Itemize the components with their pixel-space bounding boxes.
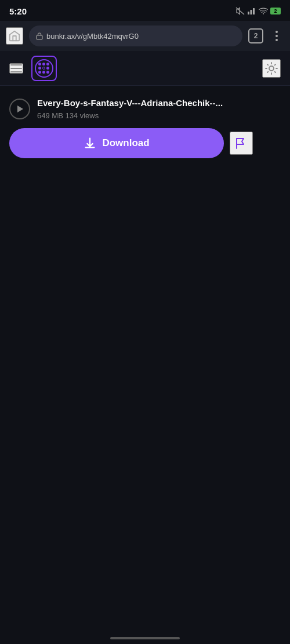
logo-box: [31, 56, 57, 81]
dot-icon: [276, 31, 278, 33]
hamburger-line: [10, 71, 22, 72]
logo-dot: [46, 63, 49, 66]
header-left: [9, 56, 57, 81]
dot-icon: [276, 39, 278, 41]
more-options-button[interactable]: [269, 28, 284, 43]
logo-dots: [38, 63, 50, 74]
battery-level: 2: [274, 8, 277, 14]
url-bar[interactable]: bunkr.ax/v/gMbtk42mqvrG0: [29, 26, 242, 46]
video-meta: 649 MB 134 views: [37, 111, 281, 120]
svg-rect-2: [253, 8, 255, 14]
svg-rect-1: [251, 10, 252, 14]
play-icon-circle[interactable]: [9, 99, 30, 119]
main-content: Every-Boy-s-Fantasy-V---Adriana-Chechik-…: [0, 86, 290, 625]
logo-dot: [38, 71, 41, 74]
status-icons: 2: [235, 7, 281, 15]
flag-button[interactable]: [230, 132, 253, 155]
menu-button[interactable]: [9, 63, 23, 74]
home-button[interactable]: [6, 27, 23, 45]
lock-icon: [36, 32, 43, 40]
battery-icon: 2: [270, 8, 281, 14]
flag-icon: [234, 136, 248, 150]
browser-bar: bunkr.ax/v/gMbtk42mqvrG0 2: [0, 21, 290, 51]
mute-icon: [235, 7, 245, 15]
sun-icon: [264, 61, 278, 75]
download-icon: [84, 137, 96, 150]
hamburger-line: [10, 64, 22, 66]
bottom-indicator: [110, 637, 180, 639]
svg-line-12: [267, 71, 268, 72]
download-row: Download: [9, 128, 281, 158]
svg-rect-0: [248, 12, 249, 14]
logo-dot: [46, 71, 49, 74]
download-button[interactable]: Download: [9, 128, 224, 158]
tab-count-badge[interactable]: 2: [248, 28, 263, 43]
status-time: 5:20: [9, 6, 27, 16]
logo-dot-center: [42, 67, 45, 70]
svg-line-11: [275, 71, 276, 72]
svg-point-3: [263, 13, 264, 14]
svg-point-5: [269, 66, 274, 71]
logo-inner: [35, 59, 53, 78]
status-bar: 5:20 2: [0, 0, 290, 21]
svg-rect-4: [37, 35, 42, 39]
app-header: [0, 51, 290, 86]
video-title: Every-Boy-s-Fantasy-V---Adriana-Chechik-…: [37, 97, 281, 109]
home-icon: [8, 30, 21, 42]
wifi-icon: [259, 7, 268, 15]
logo-dot: [46, 67, 49, 70]
signal-icon: [247, 7, 256, 15]
hamburger-line: [10, 68, 22, 69]
logo-dot: [42, 63, 45, 66]
download-button-label: Download: [102, 137, 149, 149]
dot-icon: [276, 35, 278, 37]
logo-dot: [38, 67, 41, 70]
url-text: bunkr.ax/v/gMbtk42mqvrG0: [46, 32, 235, 41]
logo-dot: [42, 71, 45, 74]
video-item: Every-Boy-s-Fantasy-V---Adriana-Chechik-…: [9, 97, 281, 120]
theme-toggle-button[interactable]: [262, 59, 281, 78]
logo-dot: [38, 63, 41, 66]
video-info: Every-Boy-s-Fantasy-V---Adriana-Chechik-…: [37, 97, 281, 120]
svg-line-10: [267, 64, 268, 64]
play-triangle-icon: [17, 105, 23, 112]
svg-line-13: [275, 64, 276, 64]
